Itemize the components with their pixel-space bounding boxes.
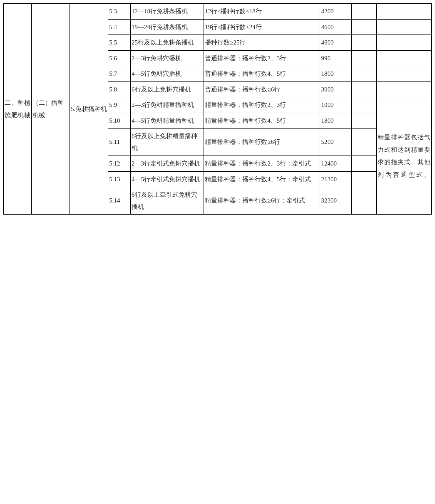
subsidy-cell: 990 (320, 50, 351, 66)
spec-cell: 普通排种器；播种行数≥6行 (204, 82, 320, 97)
blank-cell (351, 4, 376, 20)
blank-cell (351, 187, 376, 215)
blank-cell (351, 66, 376, 82)
spec-cell: 精量排种器；播种行数≥6行；牵引式 (204, 187, 320, 215)
code-cell: 5.5 (108, 35, 131, 51)
blank-cell (351, 97, 376, 113)
spec-cell: 精量排种器；播种行数4、5行；牵引式 (204, 171, 320, 187)
subsidy-cell: 4600 (320, 19, 351, 35)
spec-cell: 精量排种器；播种行数≥6行 (204, 128, 320, 156)
subsidy-cell: 32300 (320, 187, 351, 215)
subsidy-cell: 1800 (320, 66, 351, 82)
subsidy-table: 二、种植施肥机械 （二）播种机械 5.免耕播种机 5.3 12—18行免耕条播机… (3, 3, 432, 215)
table-row: 二、种植施肥机械 （二）播种机械 5.免耕播种机 5.3 12—18行免耕条播机… (4, 4, 432, 20)
code-cell: 5.13 (108, 171, 131, 187)
note-cell (376, 4, 431, 20)
subsidy-cell: 4200 (320, 4, 351, 20)
note-cell (376, 50, 431, 66)
name-cell: 2—3行免耕穴播机 (131, 50, 204, 66)
name-cell: 2—3行免耕精量播种机 (131, 97, 204, 113)
note-cell (376, 82, 431, 97)
subsidy-cell: 1800 (320, 113, 351, 128)
code-cell: 5.7 (108, 66, 131, 82)
code-cell: 5.6 (108, 50, 131, 66)
note-cell (376, 66, 431, 82)
subcategory-cell: （二）播种机械 (31, 4, 70, 215)
subsidy-cell: 4600 (320, 35, 351, 51)
name-cell: 2—3行牵引式免耕穴播机 (131, 156, 204, 172)
spec-cell: 播种行数≥25行 (204, 35, 320, 51)
name-cell: 4—5行免耕穴播机 (131, 66, 204, 82)
name-cell: 6行及以上免耕精量播种机 (131, 128, 204, 156)
code-cell: 5.11 (108, 128, 131, 156)
code-cell: 5.14 (108, 187, 131, 215)
blank-cell (351, 35, 376, 51)
category-cell: 二、种植施肥机械 (4, 4, 32, 215)
code-cell: 5.3 (108, 4, 131, 20)
spec-cell: 精量排种器；播种行数2、3行 (204, 97, 320, 113)
blank-cell (351, 113, 376, 128)
note-cell: 精量排种器包括气力式和达到精量要求的指夹式，其他列为普通型式。 (376, 97, 431, 215)
subsidy-cell: 21300 (320, 171, 351, 187)
subsidy-cell: 3000 (320, 82, 351, 97)
note-cell (376, 19, 431, 35)
name-cell: 25行及以上免耕条播机 (131, 35, 204, 51)
blank-cell (351, 156, 376, 172)
name-cell: 6行及以上牵引式免耕穴播机 (131, 187, 204, 215)
spec-cell: 精量排种器；播种行数2、3行；牵引式 (204, 156, 320, 172)
code-cell: 5.4 (108, 19, 131, 35)
spec-cell: 12行≤播种行数≤18行 (204, 4, 320, 20)
subsidy-cell: 5200 (320, 128, 351, 156)
name-cell: 4—5行牵引式免耕穴播机 (131, 171, 204, 187)
blank-cell (351, 50, 376, 66)
name-cell: 6行及以上免耕穴播机 (131, 82, 204, 97)
group-cell: 5.免耕播种机 (70, 4, 108, 215)
code-cell: 5.12 (108, 156, 131, 172)
blank-cell (351, 19, 376, 35)
name-cell: 12—18行免耕条播机 (131, 4, 204, 20)
name-cell: 4—5行免耕精量播种机 (131, 113, 204, 128)
blank-cell (351, 171, 376, 187)
code-cell: 5.9 (108, 97, 131, 113)
spec-cell: 19行≤播种行数≤24行 (204, 19, 320, 35)
spec-cell: 普通排种器；播种行数4、5行 (204, 66, 320, 82)
name-cell: 19—24行免耕条播机 (131, 19, 204, 35)
subsidy-cell: 12400 (320, 156, 351, 172)
blank-cell (351, 128, 376, 156)
code-cell: 5.10 (108, 113, 131, 128)
subsidy-cell: 1000 (320, 97, 351, 113)
spec-cell: 精量排种器；播种行数4、5行 (204, 113, 320, 128)
spec-cell: 普通排种器；播种行数2、3行 (204, 50, 320, 66)
code-cell: 5.8 (108, 82, 131, 97)
blank-cell (351, 82, 376, 97)
note-cell (376, 35, 431, 51)
